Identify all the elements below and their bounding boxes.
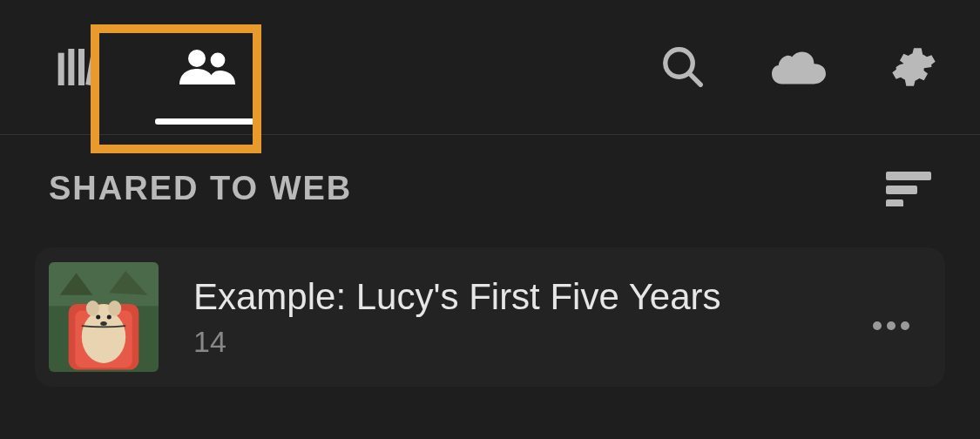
top-nav-bar (0, 0, 980, 135)
album-title: Example: Lucy's First Five Years (193, 276, 855, 318)
sort-button[interactable] (886, 172, 931, 206)
album-thumbnail (49, 262, 159, 372)
svg-line-7 (689, 73, 700, 84)
gear-icon (891, 44, 936, 90)
cloud-button[interactable] (772, 48, 826, 86)
search-icon (659, 44, 706, 91)
album-more-button[interactable] (855, 303, 910, 331)
svg-point-4 (188, 50, 206, 67)
svg-rect-2 (78, 49, 84, 85)
svg-rect-9 (886, 186, 917, 194)
svg-point-21 (100, 321, 107, 326)
search-button[interactable] (659, 44, 706, 91)
svg-point-18 (108, 301, 121, 316)
svg-point-23 (887, 321, 896, 330)
svg-point-20 (107, 314, 112, 319)
svg-rect-10 (886, 199, 903, 206)
people-icon (176, 43, 239, 91)
album-count: 14 (193, 325, 855, 359)
tab-shared[interactable] (122, 0, 293, 135)
svg-rect-0 (58, 53, 64, 85)
tab-active-underline (155, 118, 260, 125)
cloud-icon (772, 48, 826, 86)
more-icon (872, 321, 910, 331)
svg-rect-8 (886, 172, 931, 180)
album-row[interactable]: Example: Lucy's First Five Years 14 (35, 247, 945, 387)
svg-rect-1 (68, 49, 74, 85)
svg-point-24 (901, 321, 909, 330)
svg-rect-3 (85, 51, 98, 85)
settings-button[interactable] (891, 44, 936, 90)
svg-point-5 (211, 53, 226, 68)
sort-icon (886, 172, 931, 206)
left-tabs (35, 0, 293, 134)
svg-rect-12 (49, 262, 159, 306)
album-text: Example: Lucy's First Five Years 14 (193, 276, 855, 359)
right-icons (659, 44, 945, 91)
svg-point-19 (96, 314, 100, 319)
section-title: SHARED TO WEB (49, 170, 352, 207)
library-icon (54, 43, 103, 91)
svg-point-17 (86, 301, 99, 316)
section-header: SHARED TO WEB (0, 135, 980, 221)
tab-library[interactable] (35, 0, 122, 134)
svg-point-22 (873, 321, 882, 330)
